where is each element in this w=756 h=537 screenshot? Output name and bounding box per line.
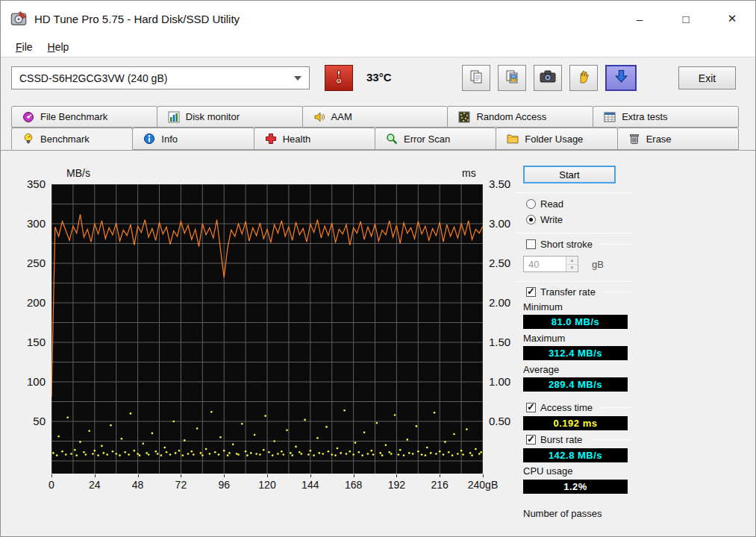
burst-rate-label: Burst rate (540, 434, 582, 445)
x-axis-tick (51, 474, 52, 477)
copy-image-button[interactable] (498, 65, 526, 91)
transfer-rate-row[interactable]: Transfer rate (526, 286, 632, 298)
write-radio-label: Write (540, 214, 563, 225)
y2-axis-tick-label: 3.00 (489, 217, 522, 230)
x-axis-tick-label: 24 (72, 479, 117, 491)
maximum-value: 312.4 MB/s (523, 346, 628, 360)
tab-health[interactable]: Health (254, 128, 375, 150)
x-axis-tick-label: 192 (374, 479, 419, 491)
burst-rate-checkbox[interactable] (526, 435, 536, 445)
donate-button[interactable] (569, 65, 598, 91)
read-radio-row[interactable]: Read (526, 198, 632, 210)
menu-file[interactable]: File (8, 39, 40, 55)
short-stroke-row[interactable]: Short stroke (526, 239, 632, 250)
tab-label: Health (283, 134, 311, 145)
y2-axis-tick-label: 2.00 (489, 296, 522, 309)
x-axis-tick-label: 120 (245, 479, 290, 491)
stepper-down-icon[interactable]: ▼ (566, 265, 578, 272)
tab-extra-tests[interactable]: Extra tests (593, 106, 739, 128)
camera-icon (540, 70, 556, 86)
y-axis-tick-label: 100 (10, 375, 46, 388)
chevron-down-icon (294, 76, 302, 81)
tab-benchmark[interactable]: Benchmark (11, 128, 133, 150)
download-icon (614, 69, 628, 87)
capacity-stepper[interactable]: 40 ▲ ▼ (523, 256, 578, 272)
folder-usage-icon (507, 133, 519, 145)
copy-image-icon (504, 69, 519, 87)
capacity-value[interactable]: 40 (524, 257, 566, 271)
menu-help[interactable]: Help (40, 39, 77, 55)
start-button[interactable]: Start (523, 166, 616, 183)
x-axis-tick (95, 474, 96, 477)
y-axis-tick-label: 50 (10, 415, 46, 427)
x-axis-tick (354, 474, 354, 477)
copy-button[interactable] (462, 65, 490, 91)
x-axis-tick-label: 144 (288, 479, 333, 491)
tab-error-scan[interactable]: Error Scan (375, 128, 496, 150)
x-axis-tick (310, 474, 311, 477)
x-axis-tick (181, 474, 181, 477)
x-axis-tick-label: 0 (29, 479, 74, 491)
write-radio-row[interactable]: Write (526, 214, 632, 225)
transfer-rate-checkbox[interactable] (526, 287, 536, 297)
y2-axis-tick-label: 0.50 (489, 415, 522, 427)
x-axis-tick-label: 168 (331, 479, 376, 491)
tabstrip: File Benchmark Disk monitor AAM Random A… (1, 106, 755, 150)
tab-file-benchmark[interactable]: File Benchmark (11, 106, 157, 128)
tab-folder-usage[interactable]: Folder Usage (496, 128, 617, 150)
y2-axis-tick-label: 1.00 (489, 375, 522, 388)
copy-icon (469, 69, 484, 87)
menubar: File Help (1, 37, 755, 57)
tab-info[interactable]: Info (132, 128, 254, 150)
read-radio[interactable] (526, 199, 536, 209)
x-axis-tick (138, 474, 139, 477)
tab-label: Folder Usage (525, 134, 583, 145)
stepper-up-icon[interactable]: ▲ (566, 257, 578, 265)
thermometer-icon (334, 69, 343, 88)
tabs-row-2: Benchmark Info Health Error Scan Folder … (11, 128, 738, 150)
tab-label: Disk monitor (186, 111, 240, 122)
benchmark-icon (22, 133, 34, 145)
divider (516, 281, 633, 282)
tabs-row-1: File Benchmark Disk monitor AAM Random A… (11, 106, 738, 128)
y2-axis-tick-label: 3.50 (489, 178, 522, 190)
maximum-label: Maximum (523, 333, 565, 344)
access-time-checkbox[interactable] (526, 403, 536, 412)
transfer-rate-label: Transfer rate (540, 286, 596, 298)
tab-label: Info (161, 134, 178, 145)
screenshot-button[interactable] (534, 65, 562, 91)
extra-tests-icon (604, 111, 616, 123)
info-icon (143, 133, 155, 145)
tab-label: Error Scan (404, 134, 450, 145)
tab-erase[interactable]: Erase (617, 128, 739, 150)
error-scan-icon (386, 133, 398, 145)
close-icon[interactable]: ✕ (709, 1, 755, 37)
group-line (600, 244, 632, 245)
tab-label: Random Access (476, 111, 546, 122)
access-time-value: 0.192 ms (523, 416, 628, 430)
file-benchmark-icon (22, 111, 34, 123)
temperature-button[interactable] (325, 65, 353, 91)
write-radio[interactable] (526, 215, 536, 224)
maximize-icon[interactable]: □ (663, 1, 709, 37)
erase-icon (628, 133, 640, 145)
access-time-row[interactable]: Access time (526, 402, 632, 413)
drive-select-value: CSSD-S6H2GCG3VW (240 gB) (19, 72, 167, 84)
right-axis-title: ms (462, 167, 476, 179)
benchmark-panel: MB/s ms Start Read Write Short stroke 40… (1, 150, 755, 536)
burst-rate-row[interactable]: Burst rate (526, 434, 632, 445)
app-icon (10, 10, 27, 27)
minimum-label: Minimum (523, 301, 563, 313)
short-stroke-checkbox[interactable] (526, 239, 536, 249)
tab-disk-monitor[interactable]: Disk monitor (157, 106, 303, 128)
drive-select-dropdown[interactable]: CSSD-S6H2GCG3VW (240 gB) (11, 66, 310, 90)
hand-icon (576, 69, 591, 87)
exit-button[interactable]: Exit (678, 66, 736, 90)
random-access-icon (458, 111, 470, 123)
save-results-button[interactable] (605, 65, 637, 91)
tab-aam[interactable]: AAM (302, 106, 449, 128)
tab-random-access[interactable]: Random Access (447, 106, 593, 128)
tab-label: Extra tests (622, 111, 667, 122)
minimize-icon[interactable]: – (616, 1, 663, 37)
stepper-buttons: ▲ ▼ (566, 257, 578, 271)
